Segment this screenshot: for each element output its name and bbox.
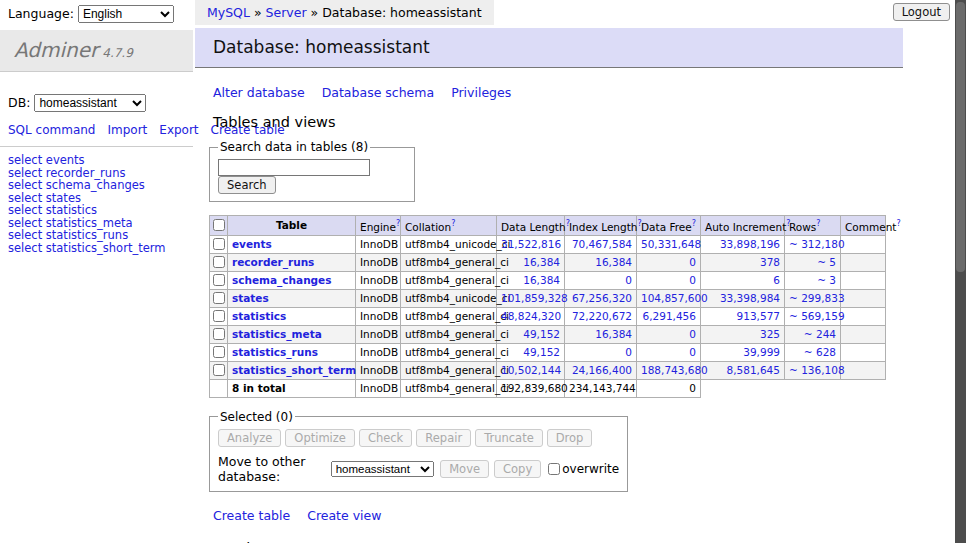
table-name-link[interactable]: statistics: [232, 310, 286, 322]
rows-count-link[interactable]: ~ 136,108: [789, 364, 845, 376]
data-length-link[interactable]: 10,502,144: [501, 364, 561, 376]
index-length-link[interactable]: 67,256,320: [572, 292, 632, 304]
data-free-link[interactable]: 50,331,648: [641, 238, 701, 250]
db-select[interactable]: homeassistant: [34, 94, 146, 112]
index-length-link[interactable]: 24,166,400: [572, 364, 632, 376]
logout-button[interactable]: Logout: [893, 3, 950, 21]
table-select-link[interactable]: select statistics_short_term: [8, 242, 193, 255]
overwrite-checkbox[interactable]: [548, 463, 560, 475]
auto-increment-link[interactable]: 33,898,196: [720, 238, 780, 250]
create-link[interactable]: Create view: [307, 508, 381, 523]
rows-count-link[interactable]: ~ 628: [804, 346, 836, 358]
search-button[interactable]: Search: [218, 176, 276, 194]
rows-count-link[interactable]: ~ 312,180: [789, 238, 845, 250]
index-length-link[interactable]: 72,220,672: [572, 310, 632, 322]
move-button[interactable]: Move: [440, 460, 489, 478]
database-action-link[interactable]: Privileges: [451, 85, 511, 100]
data-length-link[interactable]: 101,859,328: [501, 292, 568, 304]
data-free-link[interactable]: 104,857,600: [641, 292, 708, 304]
table-select-link[interactable]: select statistics: [8, 204, 193, 217]
table-select-link[interactable]: select events: [8, 154, 193, 167]
table-name-link[interactable]: statistics_meta: [232, 328, 322, 340]
breadcrumb-link-mysql[interactable]: MySQL: [207, 5, 250, 20]
scrollbar-thumb[interactable]: [956, 2, 965, 272]
selected-action-button[interactable]: Optimize: [285, 429, 355, 447]
auto-increment-link[interactable]: 39,999: [743, 346, 780, 358]
row-checkbox[interactable]: [213, 238, 225, 250]
table-name-link[interactable]: statistics_runs: [232, 346, 318, 358]
data-free-link[interactable]: 0: [689, 346, 696, 358]
data-free-link[interactable]: 0: [689, 256, 696, 268]
help-icon[interactable]: ?: [816, 219, 820, 228]
help-icon[interactable]: ?: [396, 219, 400, 228]
help-icon[interactable]: ?: [451, 219, 455, 228]
data-free-link[interactable]: 0: [689, 274, 696, 286]
data-free-link[interactable]: 0: [689, 328, 696, 340]
selected-action-button[interactable]: Check: [359, 429, 412, 447]
data-free-link[interactable]: 6,291,456: [643, 310, 696, 322]
data-free-link[interactable]: 188,743,680: [641, 364, 708, 376]
help-icon[interactable]: ?: [896, 219, 900, 228]
rows-count-link[interactable]: ~ 3: [817, 274, 836, 286]
index-length-link[interactable]: 16,384: [595, 328, 632, 340]
database-action-link[interactable]: Database schema: [322, 85, 434, 100]
rows-count-link[interactable]: ~ 299,833: [789, 292, 845, 304]
index-length-cell: 16,384: [565, 325, 637, 343]
table-name-cell: statistics: [228, 307, 356, 325]
table-select-link[interactable]: select statistics_runs: [8, 229, 193, 242]
rows-count-link[interactable]: ~ 569,159: [789, 310, 845, 322]
index-length-link[interactable]: 0: [625, 346, 632, 358]
auto-increment-link[interactable]: 6: [773, 274, 780, 286]
table-name-link[interactable]: statistics_short_term: [232, 364, 356, 376]
row-checkbox[interactable]: [213, 310, 225, 322]
table-name-link[interactable]: states: [232, 292, 269, 304]
sidebar-link[interactable]: SQL command: [8, 123, 95, 137]
select-all-checkbox[interactable]: [213, 219, 225, 231]
table-select-link[interactable]: select schema_changes: [8, 179, 193, 192]
row-checkbox[interactable]: [213, 274, 225, 286]
selected-action-button[interactable]: Drop: [547, 429, 593, 447]
scrollbar[interactable]: [955, 0, 966, 543]
search-input[interactable]: [218, 159, 370, 176]
row-checkbox[interactable]: [213, 364, 225, 376]
auto-increment-link[interactable]: 378: [760, 256, 780, 268]
auto-increment-link[interactable]: 325: [760, 328, 780, 340]
data-length-link[interactable]: 49,152: [523, 346, 560, 358]
auto-increment-link[interactable]: 913,577: [737, 310, 780, 322]
selected-fieldset: Selected (0) AnalyzeOptimizeCheckRepairT…: [209, 410, 628, 492]
rows-count-link[interactable]: ~ 244: [804, 328, 836, 340]
breadcrumb-link-server[interactable]: Server: [266, 5, 307, 20]
row-checkbox[interactable]: [213, 346, 225, 358]
row-checkbox[interactable]: [213, 328, 225, 340]
help-icon[interactable]: ?: [692, 219, 696, 228]
data-length-link[interactable]: 16,384: [523, 274, 560, 286]
create-link[interactable]: Create table: [213, 508, 290, 523]
tables-body: events InnoDB utf8mb4_unicode_ci 31,522,…: [210, 235, 886, 379]
index-length-link[interactable]: 16,384: [595, 256, 632, 268]
selected-action-button[interactable]: Truncate: [475, 429, 543, 447]
table-name-link[interactable]: recorder_runs: [232, 256, 314, 268]
data-length-link[interactable]: 16,384: [523, 256, 560, 268]
sidebar-link[interactable]: Import: [107, 123, 147, 137]
index-length-link[interactable]: 0: [625, 274, 632, 286]
data-length-link[interactable]: 48,824,320: [501, 310, 561, 322]
collation-cell: utf8mb4_general_ci: [401, 325, 497, 343]
sidebar-link[interactable]: Export: [159, 123, 198, 137]
data-length-link[interactable]: 31,522,816: [501, 238, 561, 250]
auto-increment-link[interactable]: 8,581,645: [727, 364, 780, 376]
database-action-link[interactable]: Alter database: [213, 85, 305, 100]
data-length-link[interactable]: 49,152: [523, 328, 560, 340]
move-database-select[interactable]: homeassistant: [331, 461, 434, 477]
table-name-link[interactable]: schema_changes: [232, 274, 332, 286]
language-select[interactable]: English: [78, 5, 174, 23]
row-checkbox[interactable]: [213, 256, 225, 268]
row-checkbox[interactable]: [213, 292, 225, 304]
selected-action-button[interactable]: Repair: [416, 429, 471, 447]
auto-increment-link[interactable]: 33,398,984: [720, 292, 780, 304]
rows-count-link[interactable]: ~ 5: [817, 256, 836, 268]
table-name-link[interactable]: events: [232, 238, 272, 250]
auto-increment-cell: 913,577: [701, 307, 785, 325]
index-length-link[interactable]: 70,467,584: [572, 238, 632, 250]
selected-action-button[interactable]: Analyze: [218, 429, 281, 447]
copy-button[interactable]: Copy: [494, 460, 541, 478]
